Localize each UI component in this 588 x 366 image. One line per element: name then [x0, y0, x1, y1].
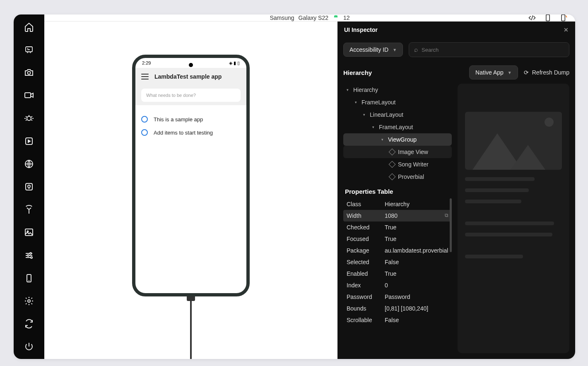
svg-point-11 [31, 257, 32, 258]
home-icon[interactable] [23, 21, 35, 32]
play-icon[interactable] [23, 135, 35, 147]
phone-body: This is a sample app Add items to start … [135, 105, 246, 147]
wifi-icon: ◈ [229, 60, 232, 66]
preview-image-placeholder [465, 112, 562, 170]
property-row[interactable]: Bounds[0,81] [1080,240] [343, 303, 452, 314]
copy-icon[interactable]: ⧉ [445, 212, 448, 219]
device-icon[interactable] [23, 272, 35, 284]
tree-node-label: Hierarchy [353, 87, 378, 93]
property-row[interactable]: Index0 [343, 279, 452, 291]
svg-point-1 [28, 72, 31, 75]
hamburger-icon[interactable] [141, 74, 149, 79]
element-icon [389, 161, 396, 168]
property-value: True [385, 236, 448, 242]
chevron-down-icon: ▼ [393, 48, 397, 52]
tree-node[interactable]: Proverbial [343, 171, 452, 183]
property-row[interactable]: ScrollableFalse [343, 314, 452, 326]
globe-icon[interactable] [23, 158, 35, 169]
view-dropdown[interactable]: Native App ▼ [469, 65, 518, 79]
refresh-icon: ⟳ [524, 69, 529, 76]
property-row[interactable]: CheckedTrue [343, 222, 452, 233]
code-icon[interactable] [528, 14, 536, 22]
hierarchy-title: Hierarchy [343, 69, 372, 76]
property-row[interactable]: Packageau.lambdatest.proverbial [343, 245, 452, 256]
hierarchy-tree[interactable]: ▾Hierarchy▾FrameLayout▾LinearLayout▾Fram… [343, 84, 452, 183]
property-value: False [385, 317, 448, 323]
locator-dropdown[interactable]: Accessibility ID ▼ [343, 43, 403, 57]
tree-node[interactable]: ▾FrameLayout [343, 121, 452, 133]
property-key: Enabled [347, 270, 385, 277]
os-version: 12 [343, 14, 350, 21]
property-row[interactable]: SelectedFalse [343, 256, 452, 268]
image-icon[interactable] [23, 227, 35, 238]
properties-table[interactable]: ClassHierarchyWidth1080⧉CheckedTrueFocus… [343, 198, 452, 326]
app-icon[interactable] [23, 44, 35, 55]
phone-camera [189, 63, 193, 67]
radio-icon[interactable] [141, 129, 148, 136]
power-icon[interactable] [23, 341, 35, 352]
network-icon[interactable] [23, 204, 35, 215]
inspector-header: UI Inspector ✕ [337, 22, 575, 38]
refresh-label: Refresh Dump [532, 69, 569, 76]
phone-status-icons: ◈ ▮ ▯ [229, 60, 240, 66]
chevron-down-icon: ▼ [508, 70, 512, 75]
refresh-button[interactable]: ⟳ Refresh Dump [524, 69, 569, 76]
view-dropdown-label: Native App [475, 69, 504, 76]
sliders-icon[interactable] [23, 250, 35, 261]
skeleton-line [465, 177, 535, 181]
tree-node[interactable]: ▾ViewGroup [343, 133, 452, 146]
property-row[interactable]: PasswordPassword [343, 291, 452, 303]
property-key: Class [347, 201, 385, 207]
property-value: False [385, 259, 448, 265]
property-row[interactable]: Width1080⧉ [343, 210, 452, 222]
sync-icon[interactable] [23, 318, 35, 330]
phone-cable [190, 301, 192, 359]
battery-icon: ▯ [237, 60, 240, 66]
tree-node[interactable]: ▾FrameLayout [343, 96, 452, 108]
close-icon[interactable]: ✕ [564, 26, 569, 33]
todo-item[interactable]: Add items to start testing [141, 126, 241, 139]
skeleton-line [465, 222, 554, 225]
camera-icon[interactable] [23, 67, 35, 78]
todo-item[interactable]: This is a sample app [141, 113, 241, 126]
property-row[interactable]: ClassHierarchy [343, 198, 452, 210]
device-brand: Samsung [270, 14, 294, 21]
tree-node-label: FrameLayout [379, 124, 413, 130]
property-key: Focused [347, 236, 385, 242]
tree-node[interactable]: ▾LinearLayout [343, 108, 452, 121]
device-snapshot-icon[interactable] [544, 14, 552, 22]
tree-node-label: Image View [398, 149, 428, 155]
inspector-controls: Accessibility ID ▼ ⌕ [337, 38, 575, 61]
ui-inspector: UI Inspector ✕ Accessibility ID ▼ ⌕ Hier… [337, 22, 575, 359]
phone-frame: 2:29 ◈ ▮ ▯ LambdaTest sample app What ne… [132, 55, 250, 296]
phone-side-button [248, 166, 248, 186]
topbar: Samsung Galaxy S22 12 [44, 14, 575, 22]
device-info: Samsung Galaxy S22 12 [270, 14, 349, 21]
property-key: Package [347, 247, 385, 254]
tree-node[interactable]: Song Writer [343, 158, 452, 171]
location-icon[interactable] [23, 181, 35, 192]
property-key: Width [347, 212, 385, 219]
element-icon [389, 149, 396, 156]
device-rotate-icon[interactable] [559, 14, 568, 22]
tree-column: ▾Hierarchy▾FrameLayout▾LinearLayout▾Fram… [343, 84, 452, 353]
hierarchy-bar: Hierarchy Native App ▼ ⟳ Refresh Dump [337, 61, 575, 84]
radio-icon[interactable] [141, 116, 148, 123]
scrollbar[interactable] [450, 198, 452, 252]
locator-dropdown-label: Accessibility ID [349, 46, 388, 53]
todo-text: This is a sample app [154, 116, 203, 123]
search-box[interactable]: ⌕ [409, 42, 569, 57]
tree-node-label: ViewGroup [388, 136, 417, 143]
tree-node[interactable]: ▾Hierarchy [343, 84, 452, 96]
svg-rect-6 [26, 183, 32, 190]
topbar-actions [528, 14, 568, 22]
tree-node[interactable]: Image View [343, 146, 452, 158]
bug-icon[interactable] [23, 113, 35, 124]
gear-icon[interactable] [23, 295, 35, 306]
video-icon[interactable] [23, 90, 35, 101]
search-input[interactable] [422, 47, 564, 53]
phone-search-input[interactable]: What needs to be done? [141, 89, 241, 102]
property-row[interactable]: FocusedTrue [343, 233, 452, 245]
property-key: Checked [347, 224, 385, 231]
property-row[interactable]: EnabledTrue [343, 268, 452, 279]
